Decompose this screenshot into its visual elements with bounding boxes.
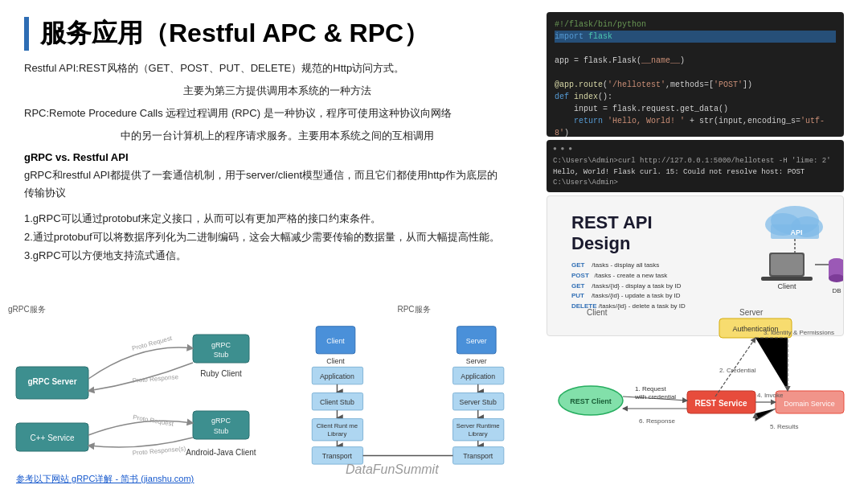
grpc-item-1: 1.gRPC可以通过protobuf来定义接口，从而可以有更加严格的接口约束条件… bbox=[24, 209, 530, 228]
svg-text:Transport: Transport bbox=[322, 452, 353, 460]
svg-text:Library: Library bbox=[328, 430, 347, 438]
svg-text:Client: Client bbox=[587, 308, 608, 317]
svg-text:C++ Service: C++ Service bbox=[30, 434, 74, 442]
grpc-item-2: 2.通过protobuf可以将数据序列化为二进制编码，这会大幅减少需要传输的数据… bbox=[24, 228, 530, 246]
svg-text:Server: Server bbox=[739, 308, 764, 317]
endpoint-get2: GET /tasks/{id} - display a task by ID bbox=[571, 281, 686, 292]
slide-container: 服务应用（Restful APC & RPC） #!/flask/bin/pyt… bbox=[0, 0, 868, 489]
grpc-diagram-title: gRPC服务 bbox=[8, 304, 297, 315]
svg-text:Ruby Client: Ruby Client bbox=[200, 369, 242, 378]
svg-rect-8 bbox=[761, 277, 813, 281]
svg-text:gRPC: gRPC bbox=[211, 341, 231, 349]
svg-text:Client: Client bbox=[326, 337, 345, 345]
svg-text:1. Request: 1. Request bbox=[635, 385, 666, 392]
svg-text:with credential: with credential bbox=[634, 393, 676, 401]
svg-text:Client Stub: Client Stub bbox=[320, 398, 354, 406]
svg-text:3. Identity & Permissions: 3. Identity & Permissions bbox=[764, 329, 834, 336]
grpc-diagram: gRPC服务 gRPC Server C++ Service gRPC Stub… bbox=[8, 304, 297, 473]
svg-text:Server Runtime: Server Runtime bbox=[457, 422, 500, 429]
bottom-link[interactable]: 参考以下网站 gRPC详解 - 简书 (jianshu.com) bbox=[16, 473, 194, 485]
svg-text:Client: Client bbox=[777, 282, 796, 290]
svg-text:Client Runt me: Client Runt me bbox=[317, 422, 358, 429]
left-content: Restful API:REST风格的（GET、POST、PUT、DELETE）… bbox=[24, 60, 530, 265]
svg-text:REST Client: REST Client bbox=[570, 397, 612, 405]
svg-text:Domain Service: Domain Service bbox=[784, 400, 835, 408]
svg-text:Application: Application bbox=[320, 372, 354, 380]
grpc-vs-title: gRPC vs. Restful API bbox=[24, 151, 530, 163]
desc-line3: RPC:Remote Procedure Calls 远程过程调用 (RPC) … bbox=[24, 105, 530, 122]
svg-text:4. Invoke: 4. Invoke bbox=[757, 392, 784, 399]
svg-text:REST Service: REST Service bbox=[694, 399, 747, 408]
svg-text:Stub: Stub bbox=[214, 427, 229, 435]
code-line-7: input = flask.request.get_data() bbox=[555, 103, 836, 115]
svg-rect-7 bbox=[771, 254, 803, 275]
svg-text:Stub: Stub bbox=[214, 351, 229, 359]
code-line-3: app = flask.Flask(__name__) bbox=[555, 55, 836, 67]
svg-text:Server: Server bbox=[466, 357, 487, 365]
code-line-1: import flask bbox=[555, 31, 836, 43]
code-line-8: return 'Hello, World! ' + str(input,enco… bbox=[555, 115, 836, 137]
desc-line2: 主要为第三方提供调用本系统的一种方法 bbox=[24, 82, 530, 100]
svg-text:API: API bbox=[790, 228, 802, 236]
rpc-diagram-title: RPC服务 bbox=[305, 304, 522, 315]
svg-text:DB: DB bbox=[832, 287, 841, 294]
svg-text:Library: Library bbox=[469, 430, 488, 438]
svg-text:2. Credential: 2. Credential bbox=[719, 367, 756, 374]
grpc-vs-desc: gRPC和restful API都提供了一套通信机制，用于server/clie… bbox=[24, 166, 530, 202]
grpc-svg: gRPC Server C++ Service gRPC Stub gRPC S… bbox=[8, 318, 281, 467]
svg-text:Server: Server bbox=[466, 337, 487, 345]
svg-text:Server Stub: Server Stub bbox=[460, 398, 497, 406]
svg-text:Proto Request: Proto Request bbox=[133, 413, 175, 428]
code-line-4 bbox=[555, 67, 836, 79]
datafun-label: DataFunSummit bbox=[346, 462, 439, 477]
code-line-0: #!/flask/bin/python bbox=[555, 18, 836, 31]
rest-service-diagram: Client Server Authentication REST Client… bbox=[530, 304, 860, 473]
rpc-diagram: RPC服务 Client Server Client Server Applic… bbox=[305, 304, 522, 473]
page-title: 服务应用（Restful APC & RPC） bbox=[40, 16, 429, 51]
svg-text:Application: Application bbox=[461, 372, 495, 380]
code-line-6: def index(): bbox=[555, 91, 836, 103]
endpoint-put: PUT /tasks/{id} - update a task by ID bbox=[571, 291, 686, 302]
svg-text:Proto Request: Proto Request bbox=[131, 335, 173, 352]
svg-text:Client: Client bbox=[326, 357, 345, 365]
svg-text:gRPC: gRPC bbox=[211, 417, 231, 425]
terminal-box: ● ● ● C:\Users\Admin>curl http://127.0.0… bbox=[547, 140, 844, 192]
code-line-5: @app.route('/hellotest',methods=['POST']… bbox=[555, 79, 836, 91]
grpc-list: 1.gRPC可以通过protobuf来定义接口，从而可以有更加严格的接口约束条件… bbox=[24, 209, 530, 265]
svg-text:gRPC Server: gRPC Server bbox=[27, 377, 76, 386]
rest-service-svg: Client Server Authentication REST Client… bbox=[530, 304, 860, 457]
desc-line1: Restful API:REST风格的（GET、POST、PUT、DELETE）… bbox=[24, 60, 530, 77]
bottom-area: gRPC服务 gRPC Server C++ Service gRPC Stub… bbox=[8, 304, 860, 473]
svg-text:5. Results: 5. Results bbox=[770, 423, 799, 430]
endpoint-post: POST /tasks - create a new task bbox=[571, 271, 686, 281]
code-box: #!/flask/bin/python import flask app = f… bbox=[547, 12, 844, 137]
grpc-item-3: 3.gRPC可以方便地支持流式通信。 bbox=[24, 246, 530, 265]
desc-line4: 中的另一台计算机上的程序请求服务。主要用本系统之间的互相调用 bbox=[24, 127, 530, 145]
title-bar bbox=[24, 17, 29, 51]
svg-text:Proto Response: Proto Response bbox=[132, 373, 178, 384]
code-line-2 bbox=[555, 43, 836, 55]
svg-text:Transport: Transport bbox=[463, 452, 493, 460]
endpoint-get1: GET /tasks - display all tasks bbox=[571, 261, 686, 271]
rpc-svg: Client Server Client Server Application … bbox=[305, 318, 514, 467]
svg-text:6. Response: 6. Response bbox=[639, 417, 675, 425]
svg-text:Android-Java Client: Android-Java Client bbox=[186, 448, 256, 457]
right-area: #!/flask/bin/python import flask app = f… bbox=[547, 12, 852, 336]
rest-api-title: REST API Design bbox=[571, 212, 653, 255]
